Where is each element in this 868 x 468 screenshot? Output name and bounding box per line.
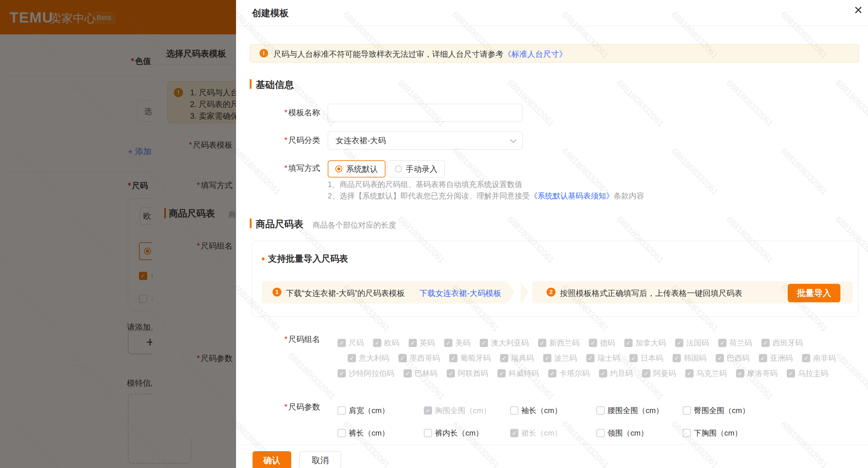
checkbox-label: 巴林码 [415,368,437,378]
size-option-臀围全围（cm）[interactable]: 臀围全围（cm） [683,405,769,416]
footer-divider [236,444,868,445]
fill-mode-note-1: 1、商品尺码表的尺码组、基码表将自动填充系统设置数值 [328,179,522,189]
size-option-西班牙码: ✓西班牙码 [762,338,803,348]
size-option-德码: ✓德码 [589,338,615,348]
size-option-裤长（cm）[interactable]: 裤长（cm） [338,428,424,438]
size-option-新西兰码: ✓新西兰码 [538,338,580,348]
close-icon[interactable]: × [854,3,863,17]
checkbox-checked-icon: ✓ [500,354,508,362]
checkbox-label: 亚洲码 [770,353,793,363]
checkbox-label: 臀围全围（cm） [694,405,750,416]
checkbox-label: 卡塔尔码 [559,368,590,378]
size-option-乌克兰码: ✓乌克兰码 [685,368,727,378]
template-name-input[interactable] [328,104,523,122]
size-option-南非码: ✓南非码 [802,353,836,363]
checkbox-checked-icon: ✓ [399,354,407,362]
checkbox-label: 袖长（cm） [521,405,562,416]
fill-mode-option-system-default[interactable]: 系统默认 [328,160,385,177]
system-default-notice-link[interactable]: 《系统默认基码表须知》 [530,192,614,200]
size-group-row: ✓意大利码✓墨西哥码✓葡萄牙码✓瑞典码✓波兰码✓瑞士码✓日本码✓韩国码✓巴西码✓… [348,353,836,363]
checkbox-label: 肩宽（cm） [349,405,389,416]
modal-overlay [0,0,236,468]
checkbox-checked-icon: ✓ [759,354,767,362]
size-option-波兰码: ✓波兰码 [543,353,577,363]
checkbox-label: 巴西码 [727,353,750,363]
size-option-裙长（cm）: ✓裙长（cm） [510,428,596,438]
size-group-row: ✓沙特阿拉伯码✓巴林码✓阿联酋码✓科威特码✓卡塔尔码✓约旦码✓阿曼码✓乌克兰码✓… [338,368,828,378]
note-2-suffix: 条款内容 [614,192,644,200]
size-option-乌拉圭码: ✓乌拉圭码 [787,368,828,378]
checkbox-label: 摩洛哥码 [747,368,778,378]
checkbox-checked-icon: ✓ [716,354,724,362]
step1-text: 下载“女连衣裙-大码”的尺码表模板 [286,288,405,298]
download-template-link[interactable]: 下载女连衣裙-大码模板 [420,288,501,298]
step1-number: 1 [273,288,281,297]
checkbox-label: 瑞典码 [511,353,534,363]
step2-number: 2 [547,288,556,297]
size-option-肩宽（cm）[interactable]: 肩宽（cm） [338,405,424,416]
checkbox-unchecked-icon [683,406,691,415]
basic-info-section-title: 基础信息 [256,79,294,91]
checkbox-label: 欧码 [384,338,399,348]
checkbox-checked-icon: ✓ [736,369,744,378]
checkbox-checked-icon: ✓ [599,369,607,378]
checkbox-label: 科威特码 [508,368,539,378]
checkbox-checked-icon: ✓ [510,429,518,437]
size-option-袖长（cm）[interactable]: 袖长（cm） [510,405,596,416]
size-option-领围（cm）[interactable]: 领围（cm） [596,428,683,438]
size-option-亚洲码: ✓亚洲码 [759,353,793,363]
size-option-美码: ✓美码 [444,338,470,348]
checkbox-checked-icon: ✓ [673,354,681,362]
step2-text: 按照模板格式正确填写后，上传表格一键回填尺码表 [560,288,742,298]
radio-selected-icon [335,166,342,172]
warning-banner: ! 尺码与人台标准不符可能导致样衣无法过审，详细人台尺寸请参考《标准人台尺寸》 [250,44,859,63]
checkbox-label: 美码 [455,338,470,348]
checkbox-label: 新西兰码 [549,338,580,348]
size-category-select[interactable]: 女连衣裙-大码 [328,131,523,150]
checkbox-checked-icon: ✓ [802,354,810,362]
checkbox-checked-icon: ✓ [787,369,795,378]
checkbox-label: 腰围全围（cm） [608,405,663,416]
fill-mode-option-label: 手动录入 [406,164,437,174]
checkbox-label: 裤内长（cm） [435,428,483,438]
size-option-葡萄牙码: ✓葡萄牙码 [449,353,491,363]
size-param-label: 尺码参数 [236,402,320,412]
checkbox-label: 意大利码 [359,353,389,363]
size-option-英码: ✓英码 [409,338,435,348]
size-option-腰围全围（cm）[interactable]: 腰围全围（cm） [596,405,683,416]
checkbox-checked-icon: ✓ [629,354,638,362]
fill-mode-label: 填写方式 [236,163,320,173]
fill-mode-option-manual[interactable]: 手动录入 [388,160,445,177]
size-chart-section-title: 商品尺码表 [256,218,303,231]
checkbox-checked-icon: ✓ [480,339,488,347]
checkbox-label: 瑞士码 [597,353,620,363]
checkbox-unchecked-icon [596,406,605,415]
size-category-label: 尺码分类 [236,135,320,145]
radio-unselected-icon [395,166,402,172]
chevron-down-icon [510,137,517,143]
checkbox-label: 加拿大码 [636,338,666,348]
batch-import-button[interactable]: 批量导入 [788,284,840,302]
fill-mode-note-2: 2、选择【系统默认】即代表您已充分阅读、理解并同意接受《系统默认基码表须知》条款… [328,191,644,201]
note-2-prefix: 2、选择【系统默认】即代表您已充分阅读、理解并同意接受 [328,192,530,200]
checkbox-label: 墨西哥码 [410,353,440,363]
checkbox-label: 西班牙码 [773,338,803,348]
checkbox-checked-icon: ✓ [548,369,556,378]
checkbox-checked-icon: ✓ [543,354,551,362]
checkbox-label: 法国码 [686,338,709,348]
standard-mannequin-size-link[interactable]: 《标准人台尺寸》 [503,50,567,58]
checkbox-checked-icon: ✓ [497,369,506,378]
cancel-button[interactable]: 取消 [300,451,341,468]
size-option-裤内长（cm）[interactable]: 裤内长（cm） [424,428,510,438]
size-option-下胸围（cm）[interactable]: 下胸围（cm） [683,428,769,438]
checkbox-checked-icon: ✓ [642,369,650,378]
checkbox-label: 阿曼码 [653,368,676,378]
checkbox-label: 英码 [420,338,435,348]
checkbox-checked-icon: ✓ [685,369,693,378]
checkbox-checked-icon: ✓ [348,354,356,362]
confirm-button[interactable]: 确认 [252,451,291,468]
checkbox-checked-icon: ✓ [762,339,770,347]
size-chart-section-subtitle: 商品各个部位对应的长度 [312,220,396,230]
checkbox-label: 乌拉圭码 [798,368,828,378]
size-option-韩国码: ✓韩国码 [673,353,707,363]
